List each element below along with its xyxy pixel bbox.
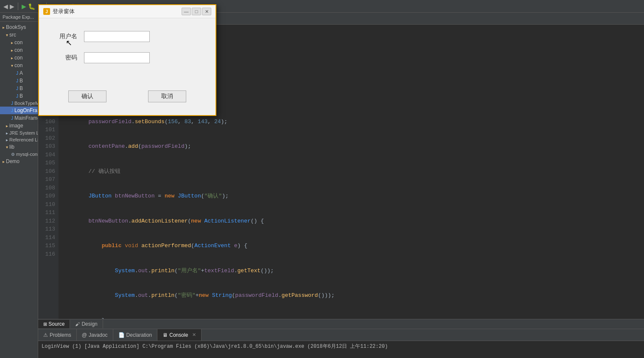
tab-design[interactable]: 🖌 Design [70, 320, 103, 328]
console-label: Console [169, 332, 188, 338]
tab-design-icon: 🖌 [75, 321, 80, 327]
password-row: 密码 [56, 52, 199, 63]
sidebar-tree: ▸ BookSys ▾ src ▸ con ▸ con ▸ con [0, 22, 38, 167]
password-label: 密码 [56, 54, 77, 62]
jre-icon: ▸ [6, 131, 8, 135]
code-line-94: // 确认按钮 [62, 167, 641, 176]
mainframe-icon: J [11, 116, 13, 121]
declaration-label: Declaration [126, 332, 152, 338]
lib-label: lib [9, 144, 14, 150]
dialog-close-button[interactable]: ✕ [202, 8, 211, 15]
sidebar-item-mysql-jar[interactable]: ⚙ mysql-connector... [0, 151, 38, 158]
console-tab-problems[interactable]: ⚠ Problems [38, 329, 77, 341]
b2-label: B [20, 85, 23, 91]
code-line-95: JButton btnNewButton = new JButton("确认")… [62, 192, 641, 200]
code-line-92: passwordField.setBounds(156, 83, 143, 24… [62, 118, 641, 126]
tab-source[interactable]: ⊞ Source [38, 320, 70, 328]
username-label: 用户名 [56, 33, 77, 40]
toolbar-icon-fwd[interactable]: ▶ [10, 3, 14, 10]
toolbar-icon-run[interactable]: ▶ [22, 3, 26, 10]
booksys-icon: ▸ [3, 25, 5, 30]
login-dialog: J 登录窗体 — □ ✕ 用户名 密码 确认 取消 [38, 4, 216, 116]
b3-label: B [20, 93, 23, 99]
javadoc-label: Javadoc [89, 332, 108, 338]
booktypemange-label: BookTypeManage... [14, 101, 38, 106]
dialog-title-icon: J [43, 8, 50, 15]
console-tabs: ⚠ Problems @ Javadoc 📄 Declaration 🖥 Con… [38, 329, 202, 341]
console-tab-javadoc[interactable]: @ Javadoc [77, 329, 113, 341]
dialog-title-left: J 登录窗体 [43, 8, 75, 15]
mysql-jar-label: mysql-connector... [16, 152, 38, 157]
declaration-icon: 📄 [118, 332, 125, 338]
dialog-maximize-button[interactable]: □ [192, 8, 201, 15]
toolbar-icon-debug[interactable]: 🐛 [28, 3, 35, 10]
confirm-button[interactable]: 确认 [68, 90, 106, 102]
sidebar-item-reflibs[interactable]: ▸ Referenced Lib... [0, 136, 38, 143]
toolbar-separator [18, 3, 18, 10]
con4-icon: ▾ [11, 63, 13, 68]
a-label: A [20, 70, 23, 76]
password-input[interactable] [84, 52, 150, 63]
code-line-96: btnNewButton.addActionListener(new Actio… [62, 217, 641, 226]
sidebar-item-b2[interactable]: J B [0, 85, 38, 92]
console-tab-declaration[interactable]: 📄 Declaration [113, 329, 158, 341]
sidebar-item-logonframe[interactable]: J LogOnFrame.java [0, 107, 38, 114]
sidebar-item-a[interactable]: J A [0, 69, 38, 77]
sidebar-item-b3[interactable]: J B [0, 92, 38, 100]
sidebar-item-con4[interactable]: ▾ con [0, 62, 38, 69]
dialog-minimize-button[interactable]: — [182, 8, 191, 15]
sidebar-header: Package Exp... [0, 13, 38, 22]
sidebar-item-con2[interactable]: ▸ con [0, 46, 38, 54]
booksys-label: BookSys [6, 24, 26, 30]
booktypemange-icon: J [11, 101, 13, 106]
sidebar-item-b1[interactable]: J B [0, 77, 38, 85]
demo-icon: ▸ [3, 159, 5, 164]
dialog-buttons: 确认 取消 [39, 86, 216, 115]
sidebar-item-con1[interactable]: ▸ con [0, 39, 38, 46]
con3-icon: ▸ [11, 56, 13, 60]
cancel-button[interactable]: 取消 [148, 90, 186, 102]
username-row: 用户名 [56, 31, 199, 42]
con1-icon: ▸ [11, 40, 13, 45]
image-icon: ▸ [6, 124, 8, 128]
mainframe-label: MainFrame.java [14, 115, 38, 121]
toolbar-icon-back[interactable]: ◀ [3, 3, 8, 10]
dialog-body: 用户名 密码 [39, 18, 216, 86]
sidebar-item-src[interactable]: ▾ src [0, 31, 38, 39]
logonframe-label: LogOnFrame.java [14, 107, 38, 113]
src-icon: ▾ [6, 33, 8, 37]
b3-icon: J [16, 94, 18, 99]
sidebar-item-con3[interactable]: ▸ con [0, 54, 38, 62]
problems-icon: ⚠ [43, 332, 48, 338]
logonframe-icon: J [11, 108, 13, 113]
problems-label: Problems [50, 332, 71, 338]
sidebar-item-demo[interactable]: ▸ Demo [0, 158, 38, 165]
src-label: src [9, 32, 16, 38]
source-design-tabs: ⊞ Source 🖌 Design [38, 319, 644, 329]
sidebar-item-jre[interactable]: ▸ JRE System Libr... [0, 130, 38, 136]
sidebar-item-booksys[interactable]: ▸ BookSys [0, 23, 38, 31]
sidebar-item-mainframe[interactable]: J MainFrame.java [0, 114, 38, 122]
sidebar-item-lib[interactable]: ▾ lib [0, 143, 38, 151]
image-label: image [9, 123, 23, 129]
code-line-99: System.out.println("密码"+new String(passw… [62, 291, 641, 300]
b1-label: B [20, 78, 23, 84]
console-tab-console[interactable]: 🖥 Console ✕ [157, 329, 202, 341]
code-line-97: public void actionPerformed(ActionEvent … [62, 242, 641, 250]
sidebar-item-booktypemange[interactable]: J BookTypeManage... [0, 100, 38, 107]
tab-source-icon: ⊞ [43, 321, 47, 327]
mysql-jar-icon: ⚙ [11, 152, 15, 157]
sidebar-item-image[interactable]: ▸ image [0, 122, 38, 130]
a-icon: J [16, 71, 18, 76]
b2-icon: J [16, 86, 18, 91]
package-explorer: Package Exp... ▸ BookSys ▾ src ▸ con ▸ c… [0, 13, 38, 358]
console-icon: 🖥 [162, 332, 168, 338]
console-close-icon[interactable]: ✕ [192, 332, 196, 338]
tab-design-label: Design [81, 321, 97, 327]
javadoc-icon: @ [82, 332, 87, 338]
demo-label: Demo [6, 158, 20, 164]
username-input[interactable] [84, 31, 150, 42]
reflibs-label: Referenced Lib... [9, 137, 38, 142]
jre-label: JRE System Libr... [9, 130, 38, 135]
console-bar: ⚠ Problems @ Javadoc 📄 Declaration 🖥 Con… [38, 329, 644, 341]
